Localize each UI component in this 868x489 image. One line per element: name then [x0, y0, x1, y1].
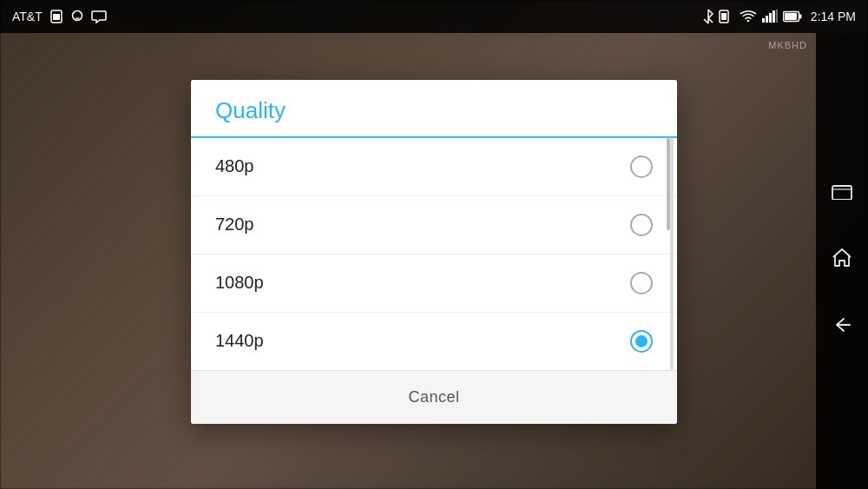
- home-icon[interactable]: [831, 247, 853, 273]
- back-icon[interactable]: [831, 314, 853, 340]
- option-1080p-label: 1080p: [215, 273, 264, 293]
- option-1440p-label: 1440p: [215, 331, 264, 351]
- svg-rect-13: [832, 186, 852, 200]
- signal-icon: [762, 10, 778, 23]
- sim-icon: [49, 10, 63, 23]
- quality-dialog: Quality 480p 720p 1080p 1440p: [191, 79, 677, 423]
- phone-icon: [719, 10, 734, 23]
- svg-rect-11: [785, 13, 797, 20]
- svg-rect-12: [799, 15, 802, 19]
- status-left: AT&T: [12, 10, 107, 23]
- carrier-label: AT&T: [12, 10, 43, 23]
- svg-rect-7: [769, 13, 772, 23]
- message-icon: [91, 10, 107, 23]
- time-label: 2:14 PM: [811, 10, 856, 23]
- option-1080p[interactable]: 1080p: [191, 254, 677, 312]
- svg-rect-8: [773, 10, 775, 23]
- option-1440p[interactable]: 1440p: [191, 312, 677, 369]
- recent-apps-icon[interactable]: [832, 182, 852, 205]
- cancel-button[interactable]: Cancel: [373, 380, 494, 413]
- radio-1440p: [630, 329, 653, 352]
- svg-rect-4: [721, 13, 727, 20]
- status-bar: AT&T: [0, 0, 868, 33]
- dialog-footer: Cancel: [191, 369, 677, 423]
- option-720p-label: 720p: [215, 215, 254, 235]
- battery-icon: [783, 10, 802, 23]
- svg-rect-1: [53, 14, 60, 20]
- hangouts-icon: [70, 10, 84, 23]
- bluetooth-icon: [703, 9, 713, 24]
- svg-rect-5: [762, 18, 765, 23]
- watermark-label: MKBHD: [768, 40, 807, 50]
- option-480p[interactable]: 480p: [191, 137, 677, 195]
- wifi-icon: [740, 10, 757, 23]
- dialog-title: Quality: [215, 96, 653, 135]
- option-480p-label: 480p: [215, 156, 254, 176]
- options-wrapper: 480p 720p 1080p 1440p: [191, 137, 677, 369]
- svg-rect-9: [776, 10, 778, 23]
- radio-720p: [630, 213, 653, 235]
- status-right: 2:14 PM: [703, 9, 856, 24]
- nav-bar: [816, 33, 868, 489]
- svg-rect-6: [766, 16, 768, 23]
- scroll-track: [670, 137, 674, 369]
- options-list: 480p 720p 1080p 1440p: [191, 137, 677, 369]
- option-720p[interactable]: 720p: [191, 195, 677, 254]
- dialog-header: Quality: [191, 79, 677, 135]
- radio-480p: [630, 155, 653, 177]
- scroll-thumb: [667, 137, 670, 230]
- radio-1080p: [630, 271, 653, 294]
